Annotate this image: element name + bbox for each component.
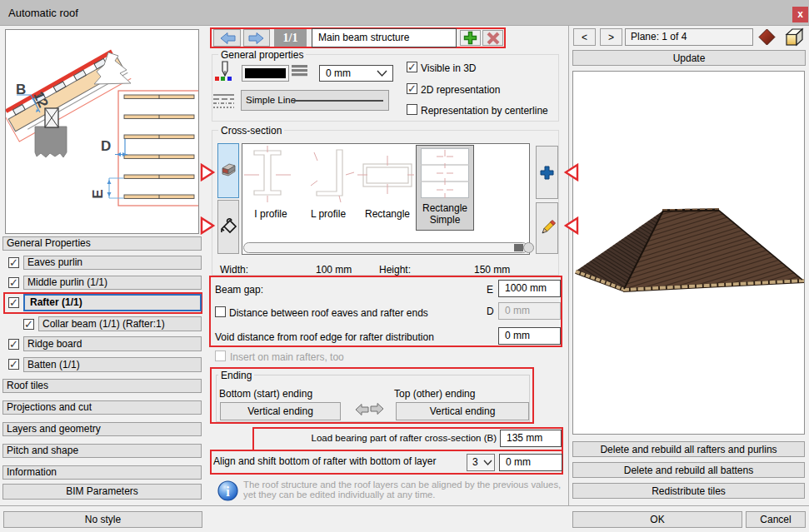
svg-text:i: i [226, 485, 230, 499]
svg-text:E: E [90, 189, 106, 198]
svg-text:D: D [101, 138, 111, 154]
